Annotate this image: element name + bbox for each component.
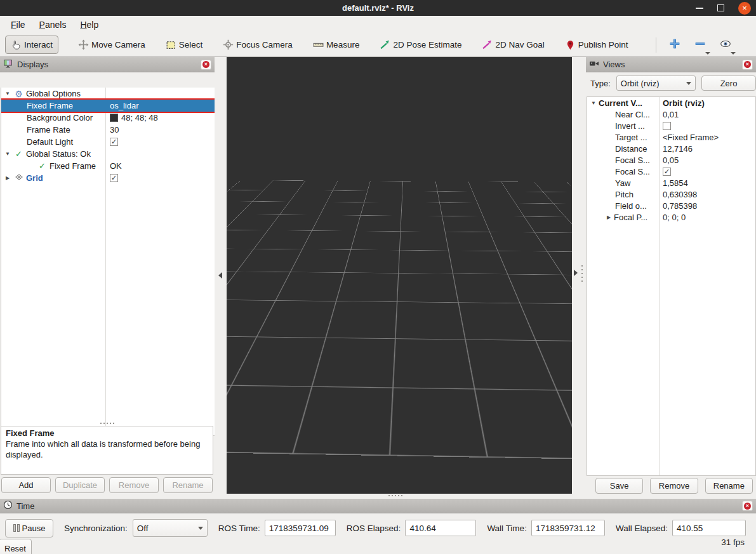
close-panel-button[interactable]: × [742,501,753,511]
tool-move-camera[interactable]: Move Camera [72,36,151,54]
tree-row-background-color[interactable]: Background Color 48; 48; 48 [1,112,215,124]
tree-row-invert-z[interactable]: Invert ... [587,120,755,131]
view-type-select[interactable]: Orbit (rviz) [616,76,696,91]
pause-button[interactable]: Pause [5,519,53,538]
rename-button[interactable]: Rename [705,478,753,494]
splitter-handle[interactable] [100,423,114,424]
collapse-right-icon[interactable] [574,270,578,276]
row-value[interactable]: 0,05 [663,155,679,165]
checkbox[interactable]: ✓ [110,174,118,182]
checkbox[interactable]: ✓ [663,168,671,176]
ros-time-field[interactable]: 1718359731.09 [265,520,336,536]
remove-tool-button[interactable] [691,36,710,54]
tool-measure[interactable]: Measure [307,36,366,54]
add-tool-button[interactable] [665,36,684,54]
sync-value: Off [137,524,149,533]
collapse-left-icon[interactable] [218,272,222,279]
menu-help[interactable]: Help [74,18,104,32]
grid-display-icon [13,173,24,183]
displays-tree: ▼ ⚙ Global Options Fixed Frame os_lidar … [1,88,215,436]
remove-button[interactable]: Remove [109,477,159,493]
tree-row-pitch[interactable]: Pitch 0,630398 [587,188,755,200]
row-value[interactable]: os_lidar [110,101,139,110]
tree-row-frame-rate[interactable]: Frame Rate 30 [1,124,215,136]
row-value[interactable]: 30 [110,125,119,135]
remove-button[interactable]: Remove [650,478,698,494]
zero-button[interactable]: Zero [701,76,756,91]
expander-closed-icon[interactable]: ▶ [4,175,11,181]
splitter-handle[interactable] [581,265,583,284]
expander-open-icon[interactable]: ▼ [4,151,11,157]
tree-row-fixed-frame[interactable]: Fixed Frame os_lidar [1,100,215,112]
tool-select[interactable]: Select [160,36,209,54]
left-splitter[interactable] [215,57,227,494]
row-label: Field o... [615,201,647,211]
tool-label: Interact [24,40,53,49]
map-pin-icon [565,39,576,50]
tree-row-fixed-frame-status[interactable]: ✓ Fixed Frame OK [1,160,215,172]
tree-row-near-clip[interactable]: Near Cl... 0,01 [587,109,755,120]
ros-elapsed-field[interactable]: 410.64 [405,520,476,536]
tree-row-field-of-view[interactable]: Field o... 0,785398 [587,200,755,211]
right-splitter[interactable] [572,57,586,494]
tree-row-global-status[interactable]: ▼ ✓ Global Status: Ok [1,148,215,160]
row-value[interactable]: <Fixed Frame> [663,133,719,142]
row-value[interactable]: 0; 0; 0 [663,213,686,222]
tool-label: Publish Point [578,40,628,49]
tool-focus-camera[interactable]: Focus Camera [217,36,298,54]
tree-row-grid[interactable]: ▶ Grid ✓ [1,172,215,184]
row-value[interactable]: 0,630398 [663,190,697,199]
monitor-icon [3,58,13,70]
row-value[interactable]: 0,01 [663,110,679,119]
row-value[interactable]: 12,7146 [663,144,693,154]
row-value[interactable]: 0,785398 [663,201,697,211]
views-panel-header[interactable]: Views × [586,57,756,72]
expander-closed-icon[interactable]: ▶ [605,214,613,220]
row-value[interactable]: 48; 48; 48 [121,113,158,122]
tree-row-default-light[interactable]: Default Light ✓ [1,136,215,148]
rename-button[interactable]: Rename [163,477,213,493]
tree-row-distance[interactable]: Distance 12,7146 [587,143,755,154]
tree-row-focal-shape-fixed[interactable]: Focal S... ✓ [587,166,755,177]
tool-interact[interactable]: Interact [5,36,58,54]
row-label: Focal P... [614,213,647,222]
menu-panels[interactable]: Panels [34,18,72,32]
expander-open-icon[interactable]: ▼ [590,100,597,106]
checkbox[interactable] [663,122,671,130]
tree-row-global-options[interactable]: ▼ ⚙ Global Options [1,88,215,100]
tool-visibility-button[interactable] [716,36,735,54]
expander-open-icon[interactable]: ▼ [4,91,11,96]
column-divider[interactable] [659,97,660,475]
close-icon[interactable]: × [738,2,751,15]
tree-row-focal-shape-size[interactable]: Focal S... 0,05 [587,154,755,166]
select-icon [166,39,176,50]
panel-title: Displays [17,60,48,69]
maximize-icon[interactable] [717,4,724,11]
menu-file[interactable]: File [5,18,31,32]
sync-select[interactable]: Off [133,519,208,537]
row-value[interactable]: 1,5854 [663,178,688,188]
tree-row-current-view[interactable]: ▼ Current V... Orbit (rviz) [587,97,755,109]
wall-elapsed-field[interactable]: 410.55 [672,520,746,536]
color-swatch[interactable] [110,114,118,122]
time-panel-header[interactable]: Time × [0,499,756,513]
save-button[interactable]: Save [595,478,643,494]
tree-row-target-frame[interactable]: Target ... <Fixed Frame> [587,131,755,143]
tree-row-yaw[interactable]: Yaw 1,5854 [587,177,755,188]
fps-counter: 31 fps [721,538,745,547]
splitter-handle[interactable] [388,495,402,496]
checkbox[interactable]: ✓ [110,138,118,146]
tool-publish-point[interactable]: Publish Point [559,36,634,54]
close-panel-button[interactable]: × [742,60,753,70]
tree-row-focal-point[interactable]: ▶ Focal P... 0; 0; 0 [587,211,755,223]
duplicate-button[interactable]: Duplicate [55,477,105,493]
minimize-icon[interactable] [696,8,703,9]
close-panel-button[interactable]: × [201,60,211,70]
reset-button[interactable]: Reset [0,539,32,554]
tool-2d-nav-goal[interactable]: 2D Nav Goal [476,36,550,54]
displays-panel-header[interactable]: Displays × [0,57,215,72]
viewport[interactable] [227,57,572,494]
wall-time-field[interactable]: 1718359731.12 [531,520,605,536]
tool-2d-pose-estimate[interactable]: 2D Pose Estimate [374,36,467,54]
add-button[interactable]: Add [1,477,51,493]
